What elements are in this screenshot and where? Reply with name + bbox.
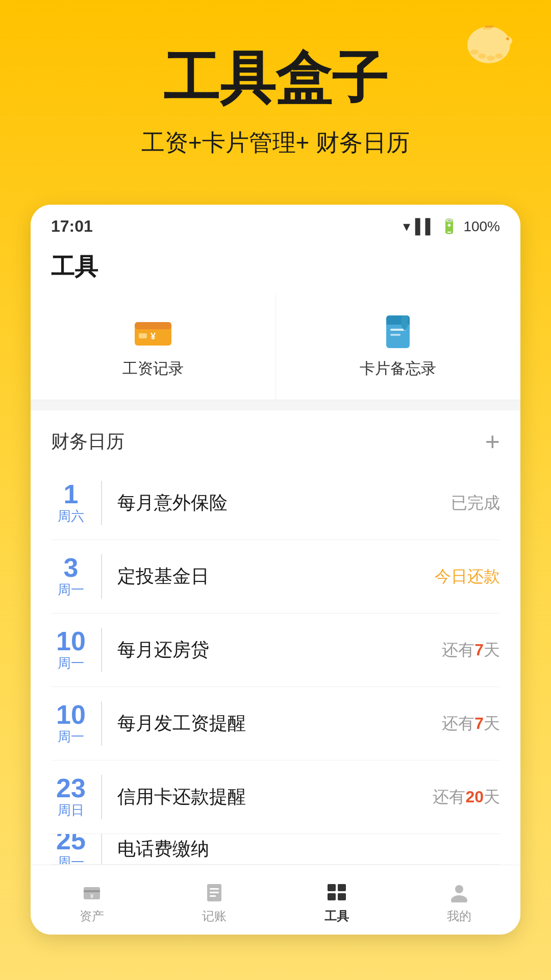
cal-event-2: 定投基金日 [117, 564, 435, 589]
cal-weekday-3: 周一 [51, 654, 91, 672]
svg-point-31 [455, 885, 463, 893]
cal-event-5: 信用卡还款提醒 [117, 785, 433, 810]
svg-rect-10 [135, 322, 171, 329]
battery-icon: 🔋 [440, 218, 458, 235]
svg-rect-26 [210, 895, 216, 897]
cal-day-2: 3 [51, 554, 91, 581]
cal-weekday-4: 周一 [51, 728, 91, 746]
svg-rect-24 [210, 888, 219, 890]
cal-status-1: 已完成 [451, 492, 500, 514]
card-memo-card[interactable]: 卡片备忘录 [276, 293, 521, 400]
cal-status-2: 今日还款 [435, 566, 500, 588]
nav-item-tools[interactable]: 工具 [276, 875, 398, 929]
cal-day-5: 23 [51, 775, 91, 801]
card-icon [380, 313, 416, 350]
cal-status-3: 还有7天 [442, 639, 500, 662]
svg-rect-28 [338, 884, 346, 891]
sub-title: 工资+卡片管理+ 财务日历 [31, 127, 520, 159]
cal-day-6: 25 [51, 834, 91, 853]
tools-icon [323, 880, 350, 904]
nav-label-mine: 我的 [447, 908, 471, 924]
cal-date-6: 25 周一 [51, 834, 102, 865]
salary-label: 工资记录 [122, 358, 184, 379]
cal-event-1: 每月意外保险 [117, 491, 451, 516]
nav-label-bookkeeping: 记账 [202, 908, 227, 924]
bottom-nav: ¥ 资产 记账 [31, 865, 520, 935]
phone-mockup: 17:01 ▾ ▌▌ 🔋 100% 工具 ¥ 工资记录 [31, 205, 520, 935]
svg-rect-25 [210, 892, 219, 893]
main-title: 工具盒子 [31, 41, 520, 117]
section-gap [31, 400, 520, 410]
cal-event-6: 电话费缴纳 [117, 837, 500, 862]
cal-weekday-5: 周日 [51, 801, 91, 819]
calendar-header: 财务日历 + [51, 410, 500, 467]
nav-label-tools: 工具 [324, 908, 349, 924]
nav-label-assets: 资产 [80, 908, 104, 924]
cal-date-2: 3 周一 [51, 554, 102, 599]
cal-item-5[interactable]: 23 周日 信用卡还款提醒 还有20天 [51, 761, 500, 834]
svg-point-4 [487, 56, 495, 61]
svg-text:¥: ¥ [151, 331, 156, 341]
status-icons: ▾ ▌▌ 🔋 100% [403, 218, 500, 235]
status-bar: 17:01 ▾ ▌▌ 🔋 100% [31, 205, 520, 241]
cal-item-6[interactable]: 25 周一 电话费缴纳 [51, 834, 500, 865]
cal-date-5: 23 周日 [51, 775, 102, 819]
cal-day-3: 10 [51, 628, 91, 654]
cal-day-4: 10 [51, 701, 91, 728]
header-area: 工具盒子 工资+卡片管理+ 财务日历 [0, 0, 551, 205]
svg-point-3 [478, 54, 486, 59]
svg-point-32 [451, 895, 467, 902]
svg-rect-30 [338, 893, 346, 900]
signal-icon: ▌▌ [415, 218, 436, 235]
battery-text: 100% [463, 218, 500, 235]
svg-rect-8 [485, 26, 494, 28]
salary-icon: ¥ [135, 313, 171, 350]
svg-text:¥: ¥ [90, 893, 94, 900]
cal-weekday-2: 周一 [51, 581, 91, 599]
toolbar-title: 工具 [51, 253, 98, 280]
nav-item-bookkeeping[interactable]: 记账 [153, 875, 276, 929]
cal-item-4[interactable]: 10 周一 每月发工资提醒 还有7天 [51, 687, 500, 761]
svg-point-1 [498, 36, 512, 46]
status-time: 17:01 [51, 217, 93, 236]
cal-event-4: 每月发工资提醒 [117, 711, 442, 736]
add-calendar-button[interactable]: + [485, 429, 500, 454]
svg-point-5 [495, 54, 503, 59]
cal-item-1[interactable]: 1 周六 每月意外保险 已完成 [51, 467, 500, 540]
cal-event-3: 每月还房贷 [117, 638, 442, 663]
cal-item-3[interactable]: 10 周一 每月还房贷 还有7天 [51, 614, 500, 687]
tool-cards: ¥ 工资记录 卡片备忘录 [31, 293, 520, 400]
mine-icon [446, 880, 472, 904]
cal-weekday-1: 周六 [51, 507, 91, 525]
cal-weekday-6: 周一 [51, 853, 91, 865]
wifi-icon: ▾ [403, 218, 410, 235]
toolbar-header: 工具 [31, 241, 520, 293]
svg-rect-11 [139, 333, 147, 338]
svg-rect-29 [328, 893, 336, 900]
cal-date-3: 10 周一 [51, 628, 102, 672]
cal-date-4: 10 周一 [51, 701, 102, 746]
cal-status-4: 还有7天 [442, 713, 500, 735]
svg-rect-21 [84, 890, 100, 892]
calendar-title: 财务日历 [51, 429, 124, 454]
svg-rect-27 [328, 884, 336, 891]
card-memo-label: 卡片备忘录 [360, 358, 436, 379]
cal-date-1: 1 周六 [51, 481, 102, 525]
cal-item-2[interactable]: 3 周一 定投基金日 今日还款 [51, 540, 500, 614]
salary-card[interactable]: ¥ 工资记录 [31, 293, 276, 400]
finance-calendar: 财务日历 + 1 周六 每月意外保险 已完成 3 周一 定投基金日 今日还款 1… [31, 410, 520, 865]
svg-point-2 [470, 50, 479, 55]
svg-rect-18 [402, 315, 408, 327]
nav-item-assets[interactable]: ¥ 资产 [31, 875, 153, 929]
nav-item-mine[interactable]: 我的 [398, 875, 520, 929]
svg-point-6 [506, 37, 509, 40]
cal-day-1: 1 [51, 481, 91, 507]
cal-status-5: 还有20天 [433, 786, 500, 808]
bookkeeping-icon [201, 880, 228, 904]
piggy-icon [459, 15, 520, 66]
svg-rect-17 [390, 334, 400, 336]
assets-icon: ¥ [79, 880, 105, 904]
